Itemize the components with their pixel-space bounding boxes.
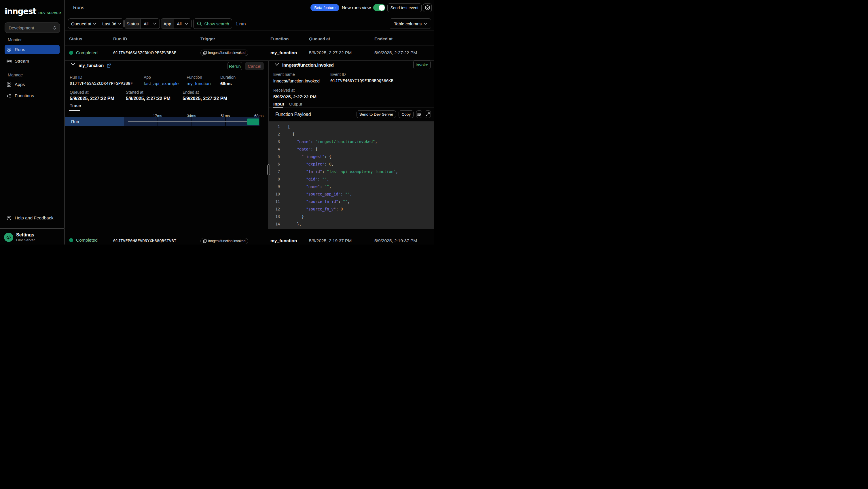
sidebar-section-monitor: Monitor [8, 37, 22, 42]
external-link-icon[interactable] [107, 63, 111, 68]
line-number: 2 [269, 130, 280, 138]
app-filter-select[interactable]: All [174, 19, 191, 29]
trigger-cell: inngest/function.invoked [200, 50, 248, 56]
code-line: 3 "name": "inngest/function.invoked", [269, 138, 434, 145]
environment-select[interactable]: Development [5, 23, 60, 33]
app-link[interactable]: fast_api_example [144, 81, 179, 86]
status-filter-value: All [144, 21, 149, 26]
code-token-key: "data" [297, 147, 311, 151]
run-detail-panel: my_function Rerun Cancel Run ID 01JTVF46… [65, 61, 434, 229]
show-search-button[interactable]: Show search [193, 19, 232, 29]
collapse-event-chevron-icon[interactable] [275, 63, 279, 66]
invoke-button[interactable]: Invoke [413, 60, 431, 69]
code-token-key: "name" [306, 184, 320, 189]
code-text: "source_fn_id": "", [288, 198, 350, 205]
new-runs-view-toggle[interactable] [373, 4, 385, 11]
code-token-key: "source_fn_id" [306, 199, 338, 204]
panel-resize-handle[interactable] [267, 164, 270, 175]
sidebar-item-stream[interactable]: Stream [5, 57, 60, 66]
code-line: 13 } [269, 213, 434, 220]
event-name-field: Event name inngest/function.invoked [273, 73, 320, 83]
settings-text: Settings Dev Server [16, 232, 35, 242]
app-filter-group: App All [161, 19, 191, 29]
code-line: 4 "data": { [269, 145, 434, 153]
function-field: Function my_function [187, 75, 211, 86]
top-bar-actions: Beta feature New runs view Send test eve… [310, 0, 432, 15]
tab-trace[interactable]: Trace [70, 103, 81, 108]
run-id-cell: 01JTVF46SA5ZCDK4YPFSPV3B8F [113, 51, 176, 55]
chevron-down-icon [153, 23, 157, 25]
trace-run-row[interactable]: Run [65, 117, 259, 126]
filter-bar: Queued at Last 3d Status All [65, 16, 434, 31]
word-wrap-button[interactable] [416, 110, 422, 118]
code-token-str: "" [322, 177, 327, 181]
tab-output[interactable]: Output [289, 102, 302, 107]
tab-input[interactable]: Input [273, 102, 284, 107]
collapse-run-chevron-icon[interactable] [71, 63, 75, 66]
settings-button[interactable] [423, 3, 432, 12]
line-number: 3 [269, 138, 280, 145]
status-completed-dot [69, 51, 73, 55]
column-header-status: Status [69, 36, 82, 41]
code-token-str: "fast_api_example-my_function" [327, 169, 396, 174]
code-token-punc: : [341, 192, 345, 196]
cancel-button[interactable]: Cancel [245, 62, 264, 70]
function-cell: my_function [271, 50, 297, 55]
code-token-punc: : [311, 139, 315, 144]
time-filter-group: Queued at Last 3d [68, 19, 124, 29]
trace-queued-span [128, 121, 247, 122]
table-row[interactable]: Completed 01JTVEP0H8EVDNYXH68QRSTVBT inn… [65, 229, 434, 244]
trace-execution-span [247, 118, 259, 125]
code-token-punc: : [336, 207, 341, 211]
inngest-dev-server-app: inngest DEV SERVER Development Monitor R… [0, 0, 434, 244]
line-number: 6 [269, 160, 280, 168]
expand-button[interactable] [425, 110, 431, 118]
sidebar-divider [0, 228, 64, 229]
status-filter-select[interactable]: All [141, 19, 159, 29]
event-id-field: Event ID 01JTVF46NYC1QSFJDNRDQ58GKR [330, 73, 393, 83]
word-wrap-icon [417, 112, 421, 116]
trace-timeline [124, 117, 259, 126]
received-at-field: Received at 5/9/2025, 2:27:22 PM [273, 88, 316, 99]
rerun-button[interactable]: Rerun [227, 62, 242, 70]
function-payload-code[interactable]: 1[2 {3 "name": "inngest/function.invoked… [269, 121, 434, 229]
line-number: 1 [269, 123, 280, 130]
code-token-key: "name" [297, 139, 311, 144]
column-header-run-id: Run ID [113, 36, 127, 41]
trace-run-label: Run [65, 117, 124, 126]
environment-select-value: Development [9, 25, 53, 30]
code-text: { [288, 130, 294, 138]
code-line: 14 }, [269, 220, 434, 228]
help-and-feedback[interactable]: Help and Feedback [5, 213, 60, 223]
code-token-key: "fn_id" [306, 169, 322, 174]
trigger-chip[interactable]: inngest/function.invoked [200, 50, 248, 56]
function-link[interactable]: my_function [187, 81, 211, 86]
time-range-select[interactable]: Last 3d [99, 19, 123, 29]
code-token-punc: [ [288, 124, 290, 129]
code-token-key: "source_app_id" [306, 192, 341, 196]
status-text: Completed [76, 237, 98, 243]
copy-button[interactable]: Copy [399, 110, 413, 118]
sidebar-item-functions[interactable]: Functions [5, 91, 60, 100]
table-row[interactable]: Completed 01JTVF46SA5ZCDK4YPFSPV3B8F inn… [65, 46, 434, 61]
code-line: 10 "source_app_id": "", [269, 190, 434, 198]
table-columns-button[interactable]: Table columns [390, 19, 431, 29]
queued-at-cell: 5/9/2025, 2:27:22 PM [309, 50, 352, 55]
send-test-event-button[interactable]: Send test event [388, 3, 422, 12]
settings[interactable]: Settings Dev Server [4, 232, 35, 242]
code-line: 1[ [269, 123, 434, 130]
code-token-key: "source_fn_v" [306, 207, 336, 211]
sidebar-item-apps[interactable]: Apps [5, 80, 60, 89]
sidebar-item-runs[interactable]: Runs [5, 45, 60, 54]
send-to-dev-server-button[interactable]: Send to Dev Server [356, 110, 396, 118]
code-text: }, [288, 220, 302, 228]
code-token-num: 0 [341, 207, 343, 211]
settings-subtitle: Dev Server [16, 238, 35, 242]
inngest-wordmark: inngest [5, 7, 36, 16]
trigger-chip[interactable]: inngest/function.invoked [200, 238, 248, 244]
event-panel: inngest/function.invoked Invoke Event na… [269, 61, 434, 229]
ended-at-field: Ended at 5/9/2025, 2:27:22 PM [183, 90, 227, 101]
time-field-select[interactable]: Queued at [68, 19, 99, 29]
code-line: 8 "gid": "", [269, 175, 434, 183]
code-token-str: "" [324, 184, 329, 189]
